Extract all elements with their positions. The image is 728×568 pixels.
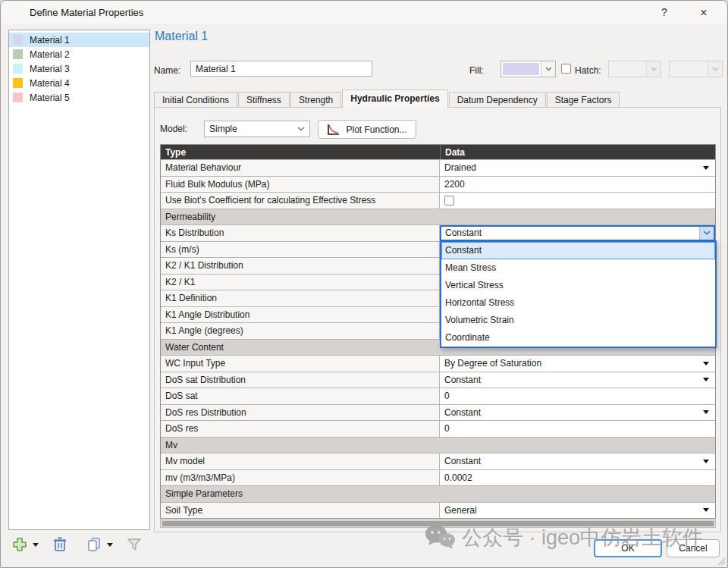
dropdown-option[interactable]: Volumetric Strain [441,312,715,329]
hatch-color-dropdown [669,61,723,77]
chevron-down-icon[interactable] [703,362,709,366]
material-name-input[interactable] [190,61,372,77]
delete-material-button[interactable] [52,536,67,553]
properties-table: Type Data Material BehaviourDrainedFluid… [160,144,716,519]
property-label-cell: K1 Angle (degrees) [161,323,440,339]
materials-toolbar [11,536,149,553]
table-horizontal-scrollbar[interactable] [160,519,716,528]
tab-stiffness[interactable]: Stiffness [238,92,290,108]
model-label: Model: [160,124,187,134]
property-value[interactable]: 0.0002 [444,472,472,483]
property-value-cell[interactable]: 2200 [440,177,715,193]
biot-coefficient-checkbox[interactable] [444,196,454,206]
property-label-cell: Mv model [161,453,440,469]
property-value-cell[interactable]: Drained [440,160,715,176]
materials-list: Material 1Material 2Material 3Material 4… [8,30,150,530]
property-value[interactable]: 0 [444,391,450,401]
ks-distribution-open-combobox[interactable]: Constant [440,225,715,241]
property-value[interactable]: 0 [444,423,450,434]
dialog-title: Define Material Properties [30,7,143,18]
chevron-down-icon[interactable] [703,460,709,463]
fill-color-swatch [503,63,539,75]
property-value-cell[interactable]: 0 [440,388,715,404]
tab-stage-factors[interactable]: Stage Factors [547,92,620,108]
property-label-cell: DoS sat [161,388,440,404]
resize-grip[interactable] [715,555,726,566]
fill-color-dropdown[interactable] [500,61,556,77]
filter-materials-button[interactable] [127,537,142,552]
chevron-down-icon[interactable] [541,61,555,77]
hatch-checkbox[interactable] [561,64,571,74]
chevron-down-icon [708,61,722,77]
property-value-cell[interactable]: 0.0002 [440,470,715,486]
chevron-down-icon[interactable] [703,166,709,170]
property-value-cell[interactable]: Constant [440,453,715,469]
property-value-cell[interactable]: Constant [440,405,715,421]
close-button[interactable]: × [691,4,717,21]
table-row: DoS sat0 [161,388,715,404]
tab-strength[interactable]: Strength [290,92,341,108]
property-label-cell: K2 / K1 [161,275,440,290]
tab-initial-conditions[interactable]: Initial Conditions [154,92,237,108]
property-value[interactable]: 2200 [444,179,465,190]
model-dropdown[interactable]: Simple [204,121,310,137]
material-list-item[interactable]: Material 5 [9,90,149,105]
property-label-cell: K1 Angle Distribution [161,307,440,323]
property-value-cell[interactable] [440,193,715,209]
chevron-down-icon [297,127,305,131]
property-label-cell: Fluid Bulk Modulus (MPa) [161,177,440,193]
material-item-label: Material 1 [30,35,70,46]
dropdown-option[interactable]: Mean Stress [441,259,715,277]
dropdown-option[interactable]: Vertical Stress [441,277,715,294]
property-tabs: Initial ConditionsStiffnessStrengthHydra… [154,89,620,108]
title-bar: Define Material Properties ? × [1,1,727,24]
table-section-header: Simple Parameters [161,485,715,502]
tab-datum-dependency[interactable]: Datum Dependency [449,92,546,108]
material-list-item[interactable]: Material 3 [9,61,149,76]
table-row: DoS res DistributionConstant [161,404,715,421]
dropdown-option[interactable]: Constant [441,242,715,259]
material-color-swatch [13,64,23,74]
table-row: DoS res0 [161,420,715,437]
property-value: Constant [444,407,481,418]
cancel-button[interactable]: Cancel [667,539,720,557]
material-list-item[interactable]: Material 2 [9,47,149,61]
data-column-header: Data [440,145,715,159]
dropdown-option[interactable]: Coordinate [441,329,715,347]
copy-material-button[interactable] [86,536,113,553]
dropdown-option[interactable]: Horizontal Stress [441,294,715,312]
table-section-header: Mv [161,437,715,453]
material-list-item[interactable]: Material 4 [9,76,149,90]
add-material-button[interactable] [11,536,39,553]
property-value: By Degree of Saturation [444,358,541,369]
chevron-down-icon[interactable] [703,378,709,381]
chevron-down-icon[interactable] [699,227,714,240]
table-header: Type Data [161,145,715,159]
table-row: DoS sat DistributionConstant [161,372,715,388]
property-value-cell[interactable]: 0 [440,421,715,437]
material-list-item[interactable]: Material 1 [9,33,149,47]
chevron-down-icon[interactable] [703,410,709,414]
property-label-cell: DoS res Distribution [161,405,440,421]
help-button[interactable]: ? [651,4,677,21]
add-material-menu-caret[interactable] [33,543,39,547]
property-value-cell[interactable]: Constant [440,372,715,388]
filter-icon [127,537,142,552]
property-value-cell[interactable]: Constant [440,225,715,241]
copy-material-menu-caret[interactable] [107,543,113,547]
plot-function-button[interactable]: Plot Function... [318,120,416,139]
hatch-pattern-dropdown [608,61,661,77]
ks-distribution-dropdown-list: ConstantMean StressVertical StressHorizo… [440,240,717,348]
property-value-cell[interactable]: General [440,503,715,519]
property-value: Drained [444,162,476,173]
property-value-cell[interactable]: By Degree of Saturation [440,356,715,372]
property-label-cell: WC Input Type [161,356,440,372]
chevron-down-icon[interactable] [703,508,709,512]
add-material-icon [11,536,28,553]
tab-hydraulic-properties[interactable]: Hydraulic Properties [342,89,447,108]
hatch-label: Hatch: [575,65,601,76]
material-color-swatch [13,49,23,59]
combobox-value: Constant [441,228,699,238]
property-label-cell: Material Behaviour [161,160,440,176]
ok-button[interactable]: OK [594,539,662,557]
